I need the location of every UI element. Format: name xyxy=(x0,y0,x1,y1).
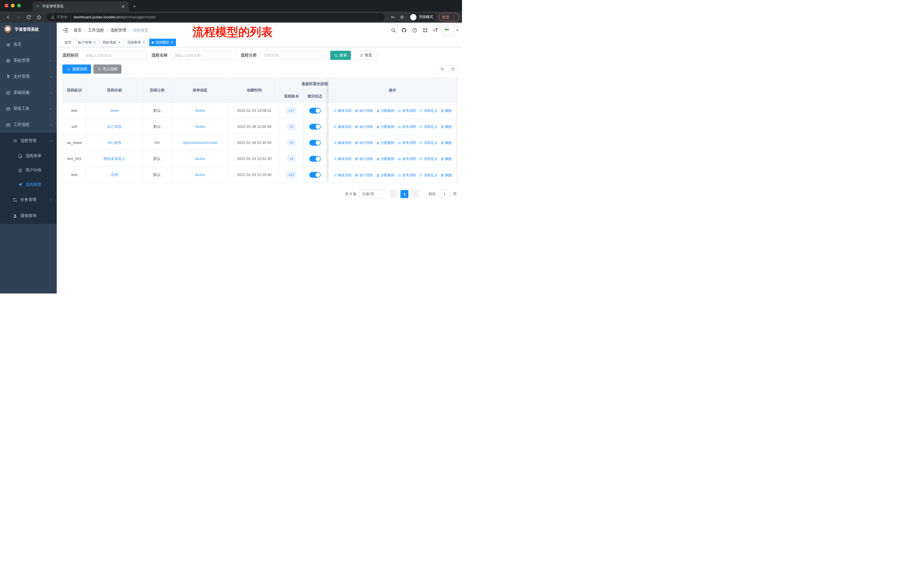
breadcrumb-workflow[interactable]: 工作流程 xyxy=(88,28,104,33)
process-definition-link[interactable]: 流程定义 xyxy=(419,141,437,146)
process-name-link[interactable]: OA 请假 xyxy=(108,141,121,145)
zoom-window-button[interactable] xyxy=(17,4,21,7)
reset-button[interactable]: 重置 xyxy=(355,51,376,60)
bookmark-star-icon[interactable] xyxy=(399,15,404,20)
process-name-link[interactable]: eeee xyxy=(110,108,119,112)
close-window-button[interactable] xyxy=(5,4,8,7)
sidebar-item-task-mgmt[interactable]: 任务管理 xyxy=(0,192,57,208)
sidebar-item-home[interactable]: 首页 xyxy=(0,36,57,53)
delete-link[interactable]: 删除 xyxy=(441,141,452,146)
publish-process-link[interactable]: 发布流程 xyxy=(398,141,416,146)
tag-my-process[interactable]: 我的流程✕ xyxy=(100,39,123,46)
sidebar-item-workflow[interactable]: 工作流程 xyxy=(0,117,57,133)
sidebar-logo[interactable]: 芋道管理系统 xyxy=(0,23,57,36)
assign-rule-link[interactable]: 分配规则 xyxy=(376,108,394,113)
browser-tab[interactable]: 芋道管理系统 ✕ xyxy=(33,2,129,12)
minimize-window-button[interactable] xyxy=(11,4,15,7)
design-process-link[interactable]: 设计流程 xyxy=(355,173,373,178)
delete-link[interactable]: 删除 xyxy=(441,124,452,129)
active-toggle[interactable] xyxy=(309,124,321,129)
process-definition-link[interactable]: 流程定义 xyxy=(419,124,437,129)
design-process-link[interactable]: 设计流程 xyxy=(355,157,373,161)
github-icon[interactable] xyxy=(401,28,407,33)
goto-page-input[interactable] xyxy=(439,190,450,198)
form-info-link[interactable]: biubiu xyxy=(195,157,205,161)
assign-rule-link[interactable]: 分配规则 xyxy=(376,173,394,178)
help-icon[interactable] xyxy=(412,28,417,33)
close-icon[interactable]: ✕ xyxy=(142,39,145,46)
forward-icon[interactable] xyxy=(16,15,21,20)
process-name-input[interactable] xyxy=(171,51,236,60)
sidebar-item-infra[interactable]: 基础设施 xyxy=(0,84,57,101)
modify-process-link[interactable]: 修改流程 xyxy=(333,141,351,146)
assign-rule-link[interactable]: 分配规则 xyxy=(376,124,394,129)
publish-process-link[interactable]: 发布流程 xyxy=(398,173,416,178)
back-icon[interactable] xyxy=(5,15,11,20)
next-page-button[interactable] xyxy=(411,190,419,198)
breadcrumb-process-mgmt[interactable]: 流程管理 xyxy=(110,28,126,33)
category-select[interactable]: 流程分类 xyxy=(260,51,326,60)
new-tab-button[interactable]: + xyxy=(133,3,136,10)
process-name-link[interactable]: 自己审批 xyxy=(107,124,122,129)
avatar-caret-icon[interactable]: ▾ xyxy=(456,28,458,32)
sidebar-item-system[interactable]: 系统管理 xyxy=(0,53,57,68)
process-definition-link[interactable]: 流程定义 xyxy=(419,173,437,178)
process-name-link[interactable]: 滔博 xyxy=(111,172,118,177)
process-definition-link[interactable]: 流程定义 xyxy=(419,157,437,161)
modify-process-link[interactable]: 修改流程 xyxy=(333,157,351,161)
browser-menu-icon[interactable]: ⋮ xyxy=(452,15,456,20)
close-icon[interactable]: ✕ xyxy=(118,39,120,46)
show-search-button[interactable] xyxy=(438,65,446,73)
security-label[interactable]: 不安全 xyxy=(56,15,68,20)
password-key-icon[interactable] xyxy=(390,15,395,20)
create-process-button[interactable]: ＋ 新建流程 xyxy=(63,64,91,74)
assign-rule-link[interactable]: 分配规则 xyxy=(376,157,394,161)
publish-process-link[interactable]: 发布流程 xyxy=(398,124,416,129)
assign-rule-link[interactable]: 分配规则 xyxy=(376,141,394,146)
close-icon[interactable]: ✕ xyxy=(170,39,173,46)
fullscreen-icon[interactable] xyxy=(422,28,428,33)
search-button[interactable]: 搜索 xyxy=(330,51,351,60)
tag-process-model[interactable]: 流程模型✕ xyxy=(149,39,176,46)
design-process-link[interactable]: 设计流程 xyxy=(355,141,373,146)
sidebar-item-user-group[interactable]: 用户分组 xyxy=(0,163,57,177)
sidebar-collapse-icon[interactable] xyxy=(63,27,68,33)
form-info-link[interactable]: /bpm/oa/leave/create xyxy=(183,141,218,145)
address-bar[interactable]: 不安全 dashboard.yudao.iocoder.cn /bpm/mana… xyxy=(46,13,384,21)
delete-link[interactable]: 删除 xyxy=(441,108,452,113)
tag-process-form[interactable]: 流程表单✕ xyxy=(125,39,148,46)
close-icon[interactable]: ✕ xyxy=(93,39,96,46)
sidebar-item-payment[interactable]: ¥ 支付管理 xyxy=(0,68,57,84)
design-process-link[interactable]: 设计流程 xyxy=(355,108,373,113)
active-toggle[interactable] xyxy=(309,108,321,114)
sidebar-item-devtools[interactable]: 研发工具 xyxy=(0,101,57,117)
design-process-link[interactable]: 设计流程 xyxy=(355,124,373,129)
tag-tenant[interactable]: 租户管理✕ xyxy=(75,39,99,46)
active-toggle[interactable] xyxy=(309,156,321,162)
window-controls[interactable] xyxy=(5,4,21,7)
sidebar-item-process-model[interactable]: 流程模型 xyxy=(0,177,57,192)
modify-process-link[interactable]: 修改流程 xyxy=(333,108,351,113)
tag-home[interactable]: 首页 xyxy=(62,39,74,46)
sidebar-item-process-form[interactable]: 流程表单 xyxy=(0,149,57,163)
page-number-1[interactable]: 1 xyxy=(401,190,408,198)
process-name-link[interactable]: 测试多审批人 xyxy=(103,157,126,161)
modify-process-link[interactable]: 修改流程 xyxy=(333,173,351,178)
form-info-link[interactable]: biubiu xyxy=(195,124,205,129)
delete-link[interactable]: 删除 xyxy=(441,173,452,178)
page-size-select[interactable]: 10条/页 xyxy=(360,190,387,198)
sidebar-item-process-mgmt[interactable]: 流程管理 xyxy=(0,133,57,149)
active-toggle[interactable] xyxy=(309,140,321,146)
search-icon[interactable] xyxy=(391,28,396,33)
home-icon[interactable] xyxy=(36,15,41,20)
publish-process-link[interactable]: 发布流程 xyxy=(398,108,416,113)
font-size-icon[interactable]: TT xyxy=(433,28,438,33)
tab-close-icon[interactable]: ✕ xyxy=(120,4,126,9)
publish-process-link[interactable]: 发布流程 xyxy=(398,157,416,161)
refresh-table-button[interactable] xyxy=(449,65,457,73)
reload-icon[interactable] xyxy=(26,15,31,20)
sidebar-item-leave-query[interactable]: 请假查询 xyxy=(0,208,57,224)
process-definition-link[interactable]: 流程定义 xyxy=(419,108,437,113)
modify-process-link[interactable]: 修改流程 xyxy=(333,124,351,129)
active-toggle[interactable] xyxy=(309,172,321,178)
